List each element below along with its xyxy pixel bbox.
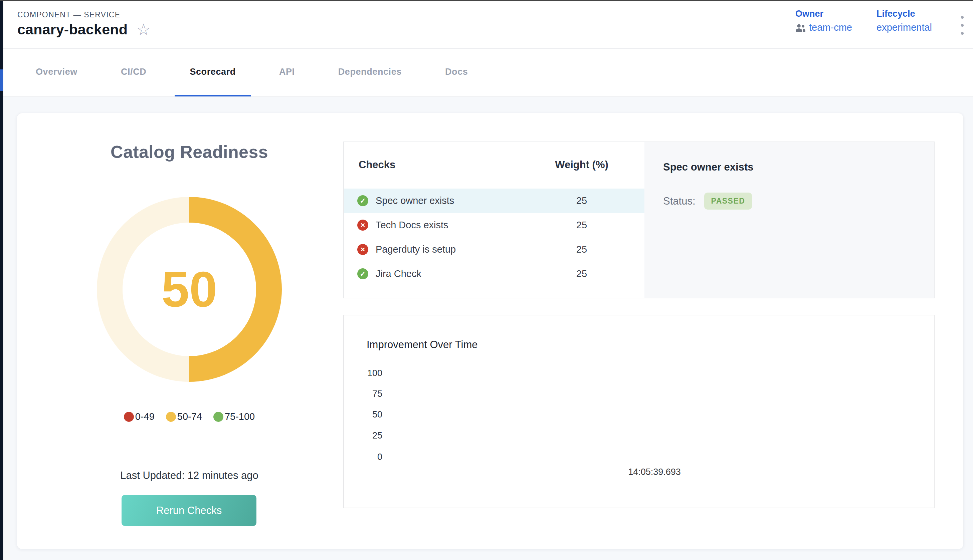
- y-axis-tick: 100: [344, 368, 382, 378]
- check-passed-icon: [357, 268, 368, 279]
- checks-column-header: Checks: [359, 159, 542, 171]
- tab-docs[interactable]: Docs: [430, 49, 483, 97]
- tab-api[interactable]: API: [264, 49, 310, 97]
- check-detail-title: Spec owner exists: [663, 161, 934, 173]
- tab-scorecard[interactable]: Scorecard: [175, 49, 250, 97]
- check-passed-icon: [357, 195, 368, 206]
- scorecard-page: Catalog Readiness 50 0-49 50-74 75-100: [3, 97, 973, 560]
- entity-kind-breadcrumb: COMPONENT — SERVICE: [17, 10, 120, 19]
- checks-panel: Checks Weight (%) Spec owner exists 25: [343, 142, 935, 298]
- lifecycle-label: Lifecycle: [876, 9, 932, 19]
- tab-dependencies[interactable]: Dependencies: [323, 49, 417, 97]
- sidebar-rail[interactable]: [0, 1, 3, 560]
- entity-tabbar: Overview CI/CD Scorecard API Dependencie…: [3, 48, 973, 97]
- lifecycle-value: experimental: [876, 22, 932, 33]
- improvement-chart: Improvement Over Time 100 75 50 25 0 14:…: [343, 315, 935, 508]
- check-row-pagerduty[interactable]: Pagerduty is setup 25: [344, 237, 644, 262]
- check-detail-panel: Spec owner exists Status: PASSED: [644, 142, 934, 298]
- tab-overview[interactable]: Overview: [21, 49, 92, 97]
- readiness-score: 50: [162, 261, 217, 318]
- kebab-menu-icon[interactable]: [956, 16, 969, 35]
- check-failed-icon: [357, 220, 368, 231]
- lifecycle-block: Lifecycle experimental: [876, 9, 932, 33]
- page-title: canary-backend: [17, 22, 128, 38]
- readiness-gauge: 50: [97, 197, 282, 382]
- check-weight: 25: [542, 220, 622, 231]
- tab-cicd[interactable]: CI/CD: [106, 49, 162, 97]
- owner-block: Owner team-cme: [795, 9, 852, 33]
- readiness-title: Catalog Readiness: [17, 142, 362, 162]
- check-row-spec-owner[interactable]: Spec owner exists 25: [344, 188, 644, 213]
- rerun-checks-button[interactable]: Rerun Checks: [122, 495, 257, 526]
- scorecard-card: Catalog Readiness 50 0-49 50-74 75-100: [17, 113, 964, 549]
- people-icon: [795, 24, 806, 32]
- status-badge: PASSED: [704, 193, 752, 210]
- weight-column-header: Weight (%): [542, 159, 622, 171]
- check-weight: 25: [542, 244, 622, 255]
- legend-item-low: 0-49: [124, 411, 155, 422]
- legend-dot-red: [124, 412, 134, 422]
- legend-dot-yellow: [166, 412, 176, 422]
- last-updated-text: Last Updated: 12 minutes ago: [17, 470, 362, 482]
- y-axis-tick: 0: [344, 452, 382, 462]
- check-weight: 25: [542, 195, 622, 206]
- readiness-summary: Catalog Readiness 50 0-49 50-74 75-100: [17, 113, 362, 549]
- entity-header: COMPONENT — SERVICE canary-backend ☆ Own…: [3, 1, 973, 48]
- checks-table: Checks Weight (%) Spec owner exists 25: [344, 142, 644, 298]
- y-axis-tick: 50: [344, 410, 382, 420]
- legend-item-mid: 50-74: [166, 411, 202, 422]
- chart-title: Improvement Over Time: [367, 339, 477, 351]
- check-row-jira[interactable]: Jira Check 25: [344, 262, 644, 286]
- sidebar-active-indicator: [0, 69, 3, 91]
- check-weight: 25: [542, 268, 622, 279]
- legend-dot-green: [214, 412, 224, 422]
- status-label: Status:: [663, 195, 696, 207]
- check-failed-icon: [357, 244, 368, 255]
- check-row-tech-docs[interactable]: Tech Docs exists 25: [344, 213, 644, 237]
- gauge-legend: 0-49 50-74 75-100: [17, 411, 362, 422]
- y-axis-tick: 25: [344, 430, 382, 441]
- x-axis-tick: 14:05:39.693: [628, 467, 681, 477]
- owner-label: Owner: [795, 9, 852, 19]
- y-axis-tick: 75: [344, 389, 382, 399]
- favorite-star-icon[interactable]: ☆: [136, 22, 150, 38]
- legend-item-high: 75-100: [214, 411, 255, 422]
- owner-link[interactable]: team-cme: [809, 22, 852, 33]
